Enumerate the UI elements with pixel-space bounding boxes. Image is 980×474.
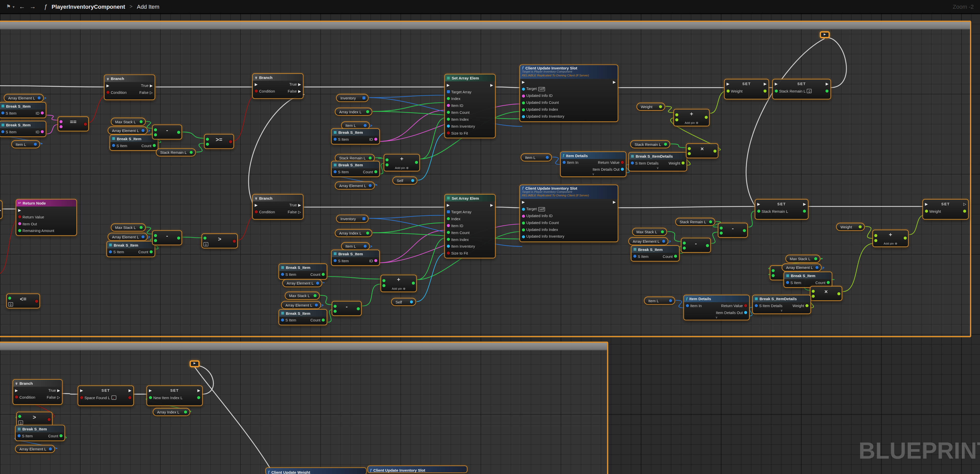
- updated-info-index-pin[interactable]: [522, 108, 525, 111]
- output-pin[interactable]: [366, 232, 369, 235]
- operator-less-or-equal-node[interactable]: <=0: [6, 294, 40, 309]
- result-pin[interactable]: [713, 150, 716, 153]
- input-pin-b[interactable]: [683, 247, 686, 250]
- output-pin[interactable]: [410, 300, 413, 303]
- output-pin[interactable]: [49, 447, 52, 450]
- node-header[interactable]: ▦Break S_Item: [632, 246, 679, 253]
- id-output-pin[interactable]: [41, 111, 44, 115]
- exec-out-pin[interactable]: ▶: [613, 80, 616, 84]
- value-output-pin[interactable]: [803, 210, 806, 213]
- add-node[interactable]: +Add pin⊕: [673, 109, 710, 126]
- node-header[interactable]: ▦Break S_Item: [0, 103, 46, 110]
- s-item-input-pin[interactable]: [18, 434, 21, 437]
- target-pin[interactable]: [522, 87, 525, 90]
- s-item-input-pin[interactable]: [633, 254, 636, 258]
- set-space-found-l-node[interactable]: ▶SET▶Space Found L✓: [78, 385, 134, 406]
- input-pin-a[interactable]: [18, 415, 21, 418]
- variable-pill-array-element-l[interactable]: Array Element L: [628, 237, 668, 245]
- exec-out-pin[interactable]: ▶: [490, 83, 493, 87]
- input-pin-b[interactable]: [154, 133, 157, 137]
- s-item-input-pin[interactable]: [334, 259, 337, 262]
- result-pin[interactable]: [743, 229, 746, 232]
- break-s-itemdetails-node[interactable]: ▦Break S_ItemDetailsS Item DetailsWeight…: [628, 152, 687, 172]
- node-header[interactable]: ⋔Branch: [105, 75, 154, 82]
- value-output-pin[interactable]: [197, 396, 200, 399]
- operator-subtract-node[interactable]: -: [681, 238, 711, 253]
- node-header[interactable]: ▦Break S_Item: [107, 242, 154, 248]
- output-pin[interactable]: [859, 225, 862, 228]
- add-pin-row[interactable]: Add pin⊕: [381, 287, 416, 290]
- s-item-details-input-pin[interactable]: [631, 162, 634, 165]
- break-s-item-node[interactable]: ▦Break S_ItemS ItemID: [331, 128, 380, 144]
- output-pin[interactable]: [315, 304, 318, 307]
- variable-pill-max-stack-l[interactable]: Max Stack L: [285, 291, 320, 300]
- output-pin[interactable]: [364, 124, 367, 127]
- operator-greater-or-equal-node[interactable]: >=: [204, 134, 234, 149]
- s-item-input-pin[interactable]: [786, 281, 789, 284]
- operator-multiply-node[interactable]: ×: [686, 143, 719, 158]
- back-arrow-icon[interactable]: ←: [19, 3, 25, 10]
- output-pin[interactable]: [362, 217, 365, 220]
- output-pin[interactable]: [142, 235, 145, 239]
- output-pin[interactable]: [662, 240, 665, 243]
- value-input[interactable]: 0: [807, 89, 812, 93]
- input-pin-b[interactable]: [720, 232, 723, 235]
- input-pin-a[interactable]: [772, 269, 775, 272]
- true-exec-pin[interactable]: ▶: [57, 388, 60, 392]
- output-pin[interactable]: [366, 110, 369, 113]
- input-pin-b[interactable]: [772, 274, 775, 277]
- break-s-item-node[interactable]: ▦Break S_ItemS ItemCount: [631, 245, 679, 261]
- exec-out-pin[interactable]: ▶: [0, 208, 1, 212]
- return-value-pin[interactable]: [744, 304, 747, 307]
- input-pin-a[interactable]: [874, 234, 877, 237]
- exec-in-pin[interactable]: ▶: [18, 208, 21, 212]
- result-pin[interactable]: [705, 116, 708, 119]
- node-header[interactable]: ▦Break S_Item: [332, 162, 379, 169]
- true-exec-pin[interactable]: ▶: [150, 84, 153, 87]
- condition-pin[interactable]: [107, 91, 110, 94]
- output-pin[interactable]: [815, 266, 818, 269]
- variable-pill-array-element-l[interactable]: Array Element L: [335, 181, 375, 190]
- item-count-pin[interactable]: [447, 111, 450, 114]
- node-header[interactable]: ▦Break S_Item: [16, 426, 64, 433]
- variable-pill-item-l[interactable]: Item L: [341, 242, 370, 250]
- input-pin-b[interactable]: [206, 143, 209, 146]
- count-output-pin[interactable]: [150, 250, 153, 253]
- variable-pill-inventory[interactable]: Inventory: [336, 215, 369, 223]
- break-s-itemdetails-node[interactable]: ▦Break S_ItemDetailsS Item DetailsWeight…: [752, 295, 811, 314]
- index-pin[interactable]: [447, 97, 450, 100]
- client-update-weight-node[interactable]: ƒClient Update Weight: [266, 467, 367, 474]
- input-pin-a[interactable]: [385, 158, 388, 161]
- variable-pill-item-l[interactable]: Item L: [644, 297, 675, 305]
- true-exec-pin[interactable]: ▶: [298, 82, 301, 86]
- output-pin[interactable]: [316, 282, 319, 285]
- count-output-pin[interactable]: [374, 170, 377, 173]
- result-pin[interactable]: [415, 161, 418, 164]
- node-header[interactable]: ▦Break S_Item: [0, 121, 46, 128]
- node-header[interactable]: ƒItem Details: [561, 152, 626, 159]
- item-id-pin[interactable]: [447, 104, 450, 107]
- condition-pin[interactable]: [15, 395, 18, 398]
- target-value[interactable]: self: [538, 207, 546, 211]
- exec-in-pin[interactable]: ▶: [522, 80, 525, 84]
- break-s-item-node[interactable]: ▦Break S_ItemS ItemCount: [278, 309, 327, 325]
- node-header[interactable]: ▦Break S_Item: [332, 250, 379, 257]
- node-header[interactable]: ƒItem Details: [684, 295, 749, 302]
- node-header[interactable]: ↩Return Node: [16, 200, 76, 207]
- operator-subtract-node[interactable]: -: [152, 125, 182, 140]
- input-pin-a[interactable]: [8, 297, 11, 300]
- output-pin[interactable]: [364, 245, 367, 248]
- input-pin-b[interactable]: [382, 284, 385, 287]
- forward-arrow-icon[interactable]: →: [30, 3, 36, 10]
- set-stack-remain-l-node[interactable]: ▶SET▶Stack Remain L0: [772, 79, 831, 100]
- exec-pin[interactable]: ▶: [824, 33, 826, 36]
- false-exec-pin[interactable]: ▶: [298, 89, 301, 93]
- exec-out-pin[interactable]: ▶: [613, 200, 616, 204]
- updated-info-inventory-pin[interactable]: [522, 115, 525, 118]
- input-pin-b[interactable]: [675, 118, 678, 121]
- branch-node[interactable]: ⋔Branch▶True▶ConditionFalse▷: [252, 194, 304, 220]
- item-out-pin[interactable]: [18, 222, 21, 225]
- result-pin[interactable]: [357, 307, 360, 310]
- item-in-pin[interactable]: [686, 304, 689, 307]
- target-pin[interactable]: [522, 207, 525, 210]
